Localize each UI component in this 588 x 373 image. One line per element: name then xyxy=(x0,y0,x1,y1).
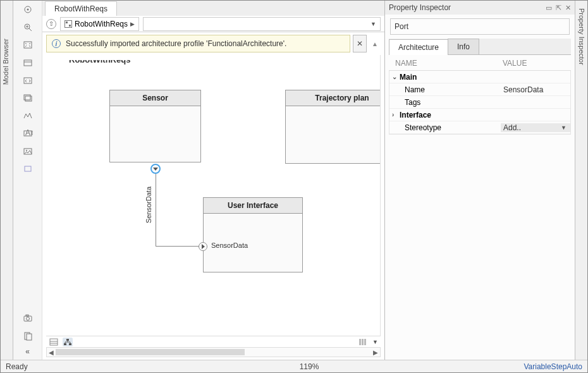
svg-point-18 xyxy=(26,317,29,321)
canvas[interactable]: RobotWithReqs Sensor Trajectory plan Use… xyxy=(46,55,381,336)
annotation-icon[interactable]: A≡ xyxy=(20,127,35,140)
property-inspector-panel: Property Inspector ▭ ⇱ ✕ Port Architectu… xyxy=(385,1,575,360)
svg-rect-16 xyxy=(25,166,31,171)
row-stereotype[interactable]: Stereotype Add.. ▼ xyxy=(389,121,570,134)
inspector-type-field[interactable]: Port xyxy=(390,18,570,35)
signal-icon[interactable] xyxy=(20,109,35,122)
svg-point-15 xyxy=(26,150,27,151)
horizontal-scrollbar[interactable]: ◀ ▶ xyxy=(46,347,381,357)
tab-architecture[interactable]: Architecture xyxy=(389,39,448,55)
view-list-icon[interactable] xyxy=(49,338,59,346)
center-area: RobotWithReqs ⇧ RobotWithReqs ▶ ▼ i Succ… xyxy=(42,1,385,360)
breadcrumb-label: RobotWithReqs xyxy=(75,20,128,28)
port-sensor-out[interactable] xyxy=(150,164,161,174)
chevron-down-icon: ▼ xyxy=(371,21,376,27)
nav-up-icon[interactable]: ⇧ xyxy=(46,19,56,29)
left-toolbar: A≡ « xyxy=(13,1,42,360)
row-name[interactable]: Name SensorData xyxy=(389,83,570,96)
block-sensor[interactable]: Sensor xyxy=(109,90,201,162)
chevron-down-icon: ⌄ xyxy=(392,73,400,80)
inspector-minimize-icon[interactable]: ▭ xyxy=(546,4,552,12)
connector-horizontal[interactable] xyxy=(156,246,200,247)
row-tags[interactable]: Tags xyxy=(389,96,570,109)
property-inspector-strip-label: Property Inspector xyxy=(578,8,585,65)
canvas-footer: ▼ xyxy=(46,336,381,347)
breadcrumb-chevron-icon: ▶ xyxy=(130,21,135,27)
fit-screen-icon[interactable] xyxy=(20,39,35,51)
status-bar: Ready 119% VariableStepAuto xyxy=(1,360,587,372)
block-user-interface[interactable]: User Interface xyxy=(203,197,303,272)
block-trajectory[interactable]: Trajectory plan xyxy=(285,90,381,164)
notification-close-button[interactable]: ✕ xyxy=(353,35,367,52)
inspector-title: Property Inspector xyxy=(389,3,542,12)
window-icon[interactable] xyxy=(20,56,35,69)
camera-icon[interactable] xyxy=(20,312,35,324)
chevron-right-icon: › xyxy=(392,111,400,118)
svg-point-1 xyxy=(27,9,28,11)
scroll-up-icon[interactable]: ▲ xyxy=(369,35,381,52)
section-interface[interactable]: ›Interface xyxy=(389,109,570,121)
model-browser-strip[interactable]: Model Browser xyxy=(1,1,13,360)
svg-rect-22 xyxy=(50,339,58,345)
notification-bar: i Successfully imported architecture pro… xyxy=(46,35,350,52)
svg-rect-7 xyxy=(24,60,32,66)
svg-rect-19 xyxy=(26,315,28,316)
col-name: NAME xyxy=(395,59,503,68)
block-ui-title: User Interface xyxy=(204,198,302,214)
view-hierarchy-icon[interactable] xyxy=(63,338,73,346)
document-tabstrip: RobotWithReqs xyxy=(42,1,384,16)
breadcrumb-bar: ⇧ RobotWithReqs ▶ ▼ xyxy=(42,16,384,32)
inspector-close-icon[interactable]: ✕ xyxy=(565,4,571,12)
svg-text:A≡: A≡ xyxy=(25,128,33,137)
section-main[interactable]: ⌄Main xyxy=(389,71,570,83)
chevron-down-icon: ▼ xyxy=(561,125,567,131)
property-inspector-strip[interactable]: Property Inspector xyxy=(575,1,587,360)
scroll-right-icon[interactable]: ▶ xyxy=(371,349,380,356)
row-stereotype-dropdown[interactable]: Add.. ▼ xyxy=(501,123,570,132)
port-ui-in[interactable] xyxy=(199,242,207,251)
image-icon[interactable] xyxy=(20,145,35,157)
port-sensor-out-label: SensorData xyxy=(145,186,152,223)
row-name-value[interactable]: SensorData xyxy=(501,85,570,94)
inspector-column-headers: NAME VALUE xyxy=(389,55,571,71)
view-grip-icon[interactable] xyxy=(359,339,366,345)
status-solver[interactable]: VariableStepAuto xyxy=(347,362,582,371)
box-icon[interactable] xyxy=(20,162,35,175)
breadcrumb-dropdown[interactable]: ▼ xyxy=(143,17,381,31)
svg-line-3 xyxy=(29,28,32,31)
port-ui-in-label: SensorData xyxy=(211,242,248,249)
svg-rect-25 xyxy=(66,339,69,341)
block-sensor-title: Sensor xyxy=(110,90,200,106)
scrollbar-thumb[interactable] xyxy=(56,349,245,355)
tab-info[interactable]: Info xyxy=(448,39,479,54)
layers-icon[interactable] xyxy=(20,92,35,104)
svg-rect-6 xyxy=(24,42,32,48)
col-value: VALUE xyxy=(503,59,527,68)
document-tab[interactable]: RobotWithReqs xyxy=(45,1,117,16)
svg-rect-27 xyxy=(69,343,71,345)
model-title: RobotWithReqs xyxy=(69,55,130,64)
breadcrumb-model[interactable]: RobotWithReqs ▶ xyxy=(60,17,139,31)
zoom-fit-icon[interactable] xyxy=(20,21,35,34)
connector-vertical[interactable] xyxy=(156,174,156,247)
expand-icon[interactable]: « xyxy=(21,347,34,356)
scroll-left-icon[interactable]: ◀ xyxy=(47,349,56,356)
notification-message: Successfully imported architecture profi… xyxy=(66,39,286,48)
status-ready: Ready xyxy=(6,362,271,371)
view-options-dropdown-icon[interactable]: ▼ xyxy=(372,339,378,345)
model-browser-label: Model Browser xyxy=(2,39,9,85)
clipboard-icon[interactable] xyxy=(20,329,35,342)
svg-rect-26 xyxy=(64,343,66,345)
nav-target-icon[interactable] xyxy=(20,3,35,16)
info-icon: i xyxy=(52,39,61,48)
inspector-tabs: Architecture Info xyxy=(389,39,571,55)
status-zoom[interactable]: 119% xyxy=(271,362,347,371)
block-trajectory-title: Trajectory plan xyxy=(286,90,381,106)
svg-rect-21 xyxy=(27,334,32,340)
inspector-pin-icon[interactable]: ⇱ xyxy=(556,4,561,12)
model-icon xyxy=(64,20,72,28)
code-icon[interactable] xyxy=(20,74,35,87)
